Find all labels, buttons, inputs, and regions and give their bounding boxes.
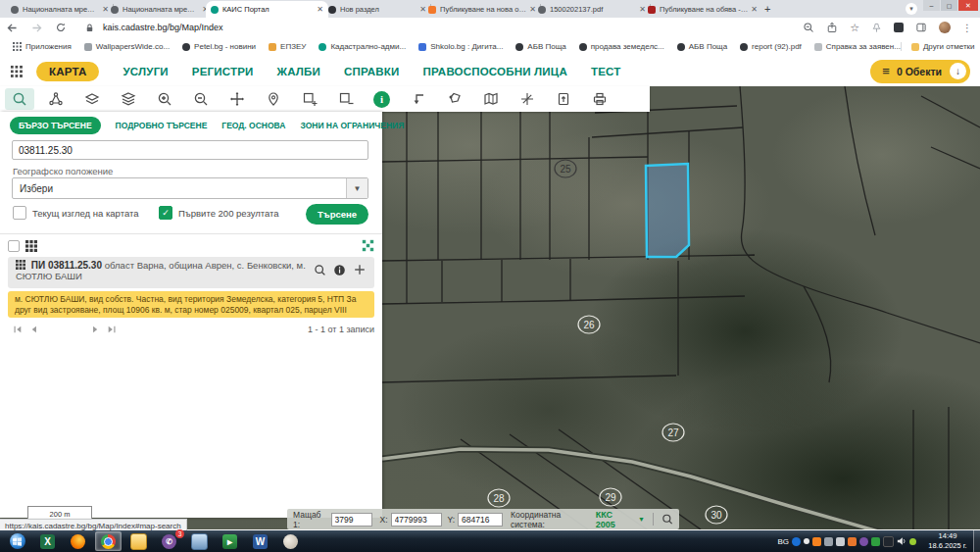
nav-item-zhalbi[interactable]: ЖАЛБИ [277,66,320,77]
tray-icon[interactable] [812,537,821,546]
tray-icon[interactable] [859,537,868,546]
zoom-in-tool-button[interactable] [146,87,182,111]
bookmark-item[interactable]: Кадастрално-адми... [318,42,406,51]
last-page-button[interactable] [104,322,120,337]
nav-item-karta[interactable]: КАРТА [36,62,99,81]
share-icon[interactable] [826,22,838,33]
result-info-icon[interactable] [333,264,346,276]
adblock-icon[interactable] [894,23,904,32]
bookmark-item[interactable]: АБВ Поща [677,42,727,51]
geo-select[interactable]: Избери ▼ [12,177,368,199]
x-coordinate-input[interactable] [391,513,442,527]
taskbar-explorer[interactable] [125,531,152,551]
browser-tab[interactable]: Нов раздел ✕ [323,1,431,18]
tab-geodetic-basis[interactable]: ГЕОД. ОСНОВА [221,121,285,130]
tab-search-chevron-icon[interactable]: ▾ [906,3,917,15]
info-tool-button-active[interactable]: i [364,87,400,111]
url-text[interactable]: kais.cadastre.bg/bg/Map/Index [103,23,223,32]
browser-tab[interactable]: Публикуване на обява - Прода ✕ [643,1,762,18]
zoom-out-tool-button[interactable] [182,87,219,111]
tab-restriction-zones[interactable]: ЗОНИ НА ОГРАНИЧЕНИЯ [300,121,404,130]
browser-tab[interactable]: Националната мрежа за земед ✕ [6,1,114,18]
status-search-icon[interactable] [662,513,673,526]
selected-parcel-highlight[interactable] [646,164,689,257]
nav-item-pravosposobni[interactable]: ПРАВОСПОСОБНИ ЛИЦА [423,66,567,77]
expand-results-icon[interactable] [362,239,374,252]
taskbar-computer[interactable] [186,531,213,551]
other-bookmarks[interactable]: Други отметки [901,42,975,51]
bookmark-item[interactable]: продава земеделс... [579,42,664,51]
tray-icon[interactable] [848,537,857,546]
tray-icon[interactable] [836,537,845,546]
bookmark-item[interactable]: Shkolo.bg : Дигита... [418,42,503,51]
export-tool-button[interactable] [545,87,581,111]
map-sheets-button[interactable] [472,87,509,111]
result-add-icon[interactable] [353,263,367,276]
crs-value[interactable]: ККС 2005 [596,510,632,529]
menu-dots-icon[interactable]: ⋮ [962,23,972,33]
print-tool-button[interactable] [581,87,617,111]
browser-tab[interactable]: 1500202137.pdf ✕ [533,1,651,18]
layers-tool-button[interactable] [110,87,146,111]
browser-tab[interactable]: Националната мрежа за земед ✕ [106,1,214,18]
chevron-down-icon[interactable]: ▼ [346,178,368,198]
select-area-remove-button[interactable] [327,87,364,111]
tray-icon[interactable] [871,537,880,546]
browser-tab[interactable]: Публикуване на нова обява в ✕ [423,1,541,18]
result-search-icon[interactable] [314,264,326,276]
browser-tab-active[interactable]: КАИС Портал ✕ [206,1,328,18]
y-coordinate-input[interactable] [458,513,503,527]
tab-close-icon[interactable]: ✕ [317,5,323,14]
grid-menu-icon[interactable] [10,65,23,77]
bookmark-item[interactable]: ЕПЗЕУ [269,42,306,51]
bookmark-item[interactable]: АБВ Поща [515,42,565,51]
collapse-arrow-icon[interactable]: ↓ [950,63,966,79]
previous-extent-button[interactable] [400,87,436,111]
zoom-page-icon[interactable] [803,22,814,33]
crs-chevron-icon[interactable]: ▼ [638,516,645,523]
pan-tool-button[interactable] [219,87,255,111]
result-row[interactable]: ПИ 03811.25.30 област Варна, община Авре… [8,257,374,288]
profile-avatar[interactable] [939,22,951,33]
result-details[interactable]: м. СЮТЛЮ БАШИ, вид собств. Частна, вид т… [8,291,374,318]
new-tab-button[interactable]: + [764,3,770,15]
tab-quick-search[interactable]: БЪРЗО ТЪРСЕНЕ [10,117,101,134]
taskbar-excel[interactable]: X [34,531,61,551]
search-input[interactable] [12,140,368,160]
sidebar-icon[interactable] [915,22,927,33]
taskbar-clock[interactable]: 14:49 18.6.2025 г. [922,531,973,551]
coordinates-tool-button[interactable] [509,87,545,111]
topology-tool-button[interactable] [37,87,74,111]
close-button[interactable]: ✕ [958,0,978,11]
bookmark-item[interactable]: WallpapersWide.co... [84,42,170,51]
locate-tool-button[interactable] [255,87,291,111]
taskbar-media-app[interactable]: ▸ [217,531,243,551]
prev-page-button[interactable] [25,322,41,337]
grid-layer-icon[interactable] [25,240,37,252]
taskbar-word[interactable]: W [247,531,273,551]
nav-item-spravki[interactable]: СПРАВКИ [344,66,400,77]
first-page-button[interactable] [10,322,25,337]
apps-shortcut[interactable]: Приложения [13,42,72,51]
taskbar-viber[interactable]: ✆3 [156,531,182,551]
reload-icon[interactable] [55,22,67,33]
nav-item-registri[interactable]: РЕГИСТРИ [192,66,254,77]
start-button[interactable] [4,531,30,551]
next-page-button[interactable] [88,322,104,337]
lock-icon[interactable] [84,23,95,33]
checkbox-current-view[interactable]: Текущ изглед на картата [13,206,138,220]
nav-item-uslugi[interactable]: УСЛУГИ [122,66,168,77]
checkbox-first-200[interactable]: ✓ Първите 200 резултата [159,206,279,220]
show-desktop-button[interactable] [973,530,980,552]
language-indicator[interactable]: BG [777,537,789,546]
search-button[interactable]: Търсене [306,204,368,225]
select-polygon-button[interactable] [436,87,472,111]
extension-pin-icon[interactable] [871,23,882,33]
select-area-add-button[interactable] [291,87,327,111]
tray-icon[interactable] [804,538,809,544]
taskbar-paint[interactable] [277,531,304,551]
basemap-tool-button[interactable] [74,87,110,111]
checkbox-unchecked[interactable] [13,206,26,220]
taskbar-firefox[interactable] [65,531,91,551]
tray-icon[interactable] [792,537,801,546]
